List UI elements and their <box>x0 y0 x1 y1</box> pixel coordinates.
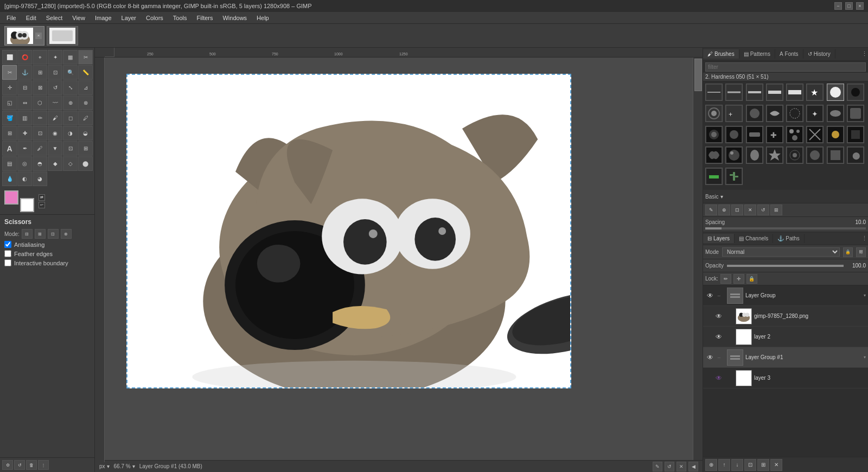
tool-text[interactable]: A <box>2 141 17 156</box>
status-delete-btn[interactable]: ✕ <box>676 462 686 471</box>
tab-patterns[interactable]: ▤ Patterns <box>739 49 775 59</box>
brush-item[interactable]: ✦ <box>806 105 824 122</box>
tool-blend[interactable]: ▥ <box>17 111 32 125</box>
layer-expand-group1[interactable]: ▾ <box>864 293 866 298</box>
layer-raise-btn[interactable]: ↑ <box>718 459 730 471</box>
layer-chain-group1[interactable]: − <box>717 292 725 299</box>
tab-layers[interactable]: ⊟ Layers <box>703 234 735 243</box>
status-restore-btn[interactable]: ↺ <box>665 462 674 471</box>
tool-sharpen[interactable]: ◆ <box>48 156 62 171</box>
brush-item[interactable] <box>705 146 723 164</box>
brush-item[interactable] <box>725 146 743 164</box>
tool-airbrush[interactable]: 🖊 <box>78 111 93 125</box>
layer-eye-group1[interactable]: 👁 <box>705 291 715 301</box>
tool-paint-bucket[interactable]: 🪣 <box>2 111 17 125</box>
tab-brushes[interactable]: 🖌 Brushes <box>703 49 739 59</box>
tool-move[interactable]: ✛ <box>2 80 17 95</box>
mode-select[interactable]: Normal Multiply Screen <box>722 247 840 257</box>
status-edit-btn[interactable]: ✎ <box>653 462 662 471</box>
brush-item[interactable] <box>786 126 803 143</box>
toolbox-delete-btn[interactable]: 🗑 <box>26 460 37 470</box>
tool-pencil[interactable]: ✏ <box>33 111 47 125</box>
tool-ink[interactable]: ✒ <box>17 141 32 156</box>
brush-edit-btn[interactable]: ✎ <box>705 205 717 215</box>
tool-dodge-burn[interactable]: ◑ <box>63 126 78 141</box>
brush-item[interactable] <box>746 105 763 122</box>
tab-2[interactable] <box>47 26 78 46</box>
antialiasing-checkbox[interactable] <box>4 241 11 248</box>
feather-edges-checkbox[interactable] <box>4 250 11 257</box>
tool-unified[interactable]: ⊗ <box>78 95 93 110</box>
brush-item[interactable] <box>827 105 844 122</box>
tool-paintbrush[interactable]: 🖌 <box>48 111 62 125</box>
brush-item[interactable] <box>746 126 763 143</box>
menu-select[interactable]: Select <box>42 14 67 22</box>
layer-delete-btn[interactable]: ✕ <box>770 459 782 471</box>
tool-smear[interactable]: ◓ <box>33 156 47 171</box>
brush-item-selected[interactable] <box>827 84 844 101</box>
brush-item[interactable] <box>847 105 864 122</box>
tab-paths[interactable]: ⚓ Paths <box>773 234 805 243</box>
tool-eraser[interactable]: ◻ <box>63 111 78 125</box>
brush-item[interactable] <box>786 84 803 101</box>
brush-item[interactable] <box>705 84 723 101</box>
layer-chain-group2[interactable]: − <box>717 354 725 361</box>
lock-all-btn[interactable]: 🔒 <box>746 274 757 284</box>
tool-perspective[interactable]: ◱ <box>2 95 17 110</box>
menu-filters[interactable]: Filters <box>193 14 218 22</box>
brush-item-cactus[interactable] <box>725 168 743 185</box>
brush-item[interactable] <box>705 105 723 122</box>
brush-item[interactable]: + <box>725 105 743 122</box>
layer-eye-img[interactable]: 👁 <box>714 311 724 321</box>
status-nav-btn[interactable]: ◀ <box>688 462 698 471</box>
brush-filter-input[interactable] <box>705 62 866 72</box>
canvas-viewport[interactable] <box>105 58 693 462</box>
canvas-image[interactable] <box>126 74 571 388</box>
layer-merge-btn[interactable]: ⊞ <box>757 459 769 471</box>
mode-chain-btn[interactable]: ⛓ <box>856 247 866 257</box>
tab-history[interactable]: ↺ History <box>803 49 835 59</box>
tool-transform[interactable]: ⊞ <box>33 65 47 80</box>
tool-scale[interactable]: ⤡ <box>63 80 78 95</box>
tool-handle[interactable]: ⊕ <box>63 95 78 110</box>
interactive-boundary-checkbox[interactable] <box>4 259 11 266</box>
tool-cage[interactable]: ⬡ <box>33 95 47 110</box>
minimize-button[interactable]: − <box>834 2 842 10</box>
brush-item[interactable] <box>827 146 844 164</box>
toolbox-restore-btn[interactable]: ↺ <box>14 460 25 470</box>
mode-btn-add[interactable]: ⊞ <box>35 229 46 239</box>
layer-row-group2[interactable]: 👁 − Layer Group #1 ▾ <box>703 347 868 368</box>
mode-btn-intersect[interactable]: ⊗ <box>61 229 72 239</box>
tool-paths[interactable]: ⚓ <box>17 65 32 80</box>
layer-add-btn[interactable]: ⊕ <box>705 459 717 471</box>
foreground-color-swatch[interactable] <box>4 190 18 205</box>
background-color-swatch[interactable] <box>20 198 34 212</box>
mode-btn-new[interactable]: ⊟ <box>22 229 33 239</box>
maximize-button[interactable]: □ <box>845 2 853 10</box>
tool-fill[interactable]: ▼ <box>48 141 62 156</box>
tool-crop[interactable]: ⊠ <box>33 80 47 95</box>
swap-colors-btn[interactable]: ⇄ <box>39 194 45 201</box>
tab-1[interactable]: × <box>4 26 44 46</box>
mode-btn-subtract[interactable]: ⊡ <box>48 229 59 239</box>
brush-delete-btn[interactable]: ✕ <box>744 205 756 215</box>
layer-eye-layer3[interactable]: 👁 <box>714 373 724 383</box>
tool-by-color-select[interactable]: ▦ <box>63 50 78 65</box>
layer-lower-btn[interactable]: ↓ <box>731 459 743 471</box>
tool-heal[interactable]: ✚ <box>17 126 32 141</box>
mode-lock-btn[interactable]: 🔒 <box>843 247 853 257</box>
layer-duplicate-btn[interactable]: ⊡ <box>744 459 756 471</box>
tool-perspective-clone[interactable]: ⊡ <box>33 126 47 141</box>
layer-expand-group2[interactable]: ▾ <box>864 355 866 360</box>
menu-file[interactable]: File <box>2 14 21 22</box>
tool-convolve[interactable]: ◇ <box>63 156 78 171</box>
tool-fuzzy-select[interactable]: ✦ <box>48 50 62 65</box>
antialiasing-label[interactable]: Antialiasing <box>14 241 44 248</box>
tool-scissors[interactable]: ✂ <box>78 50 93 65</box>
brush-item[interactable] <box>786 146 803 164</box>
tool-color-pick[interactable]: ⊡ <box>48 65 62 80</box>
tool-ellipse-select[interactable]: ⭕ <box>17 50 32 65</box>
brush-item[interactable]: ⬤ <box>847 146 864 164</box>
feather-edges-label[interactable]: Feather edges <box>14 251 53 257</box>
layer-row-group1[interactable]: 👁 − Layer Group ▾ <box>703 285 868 306</box>
